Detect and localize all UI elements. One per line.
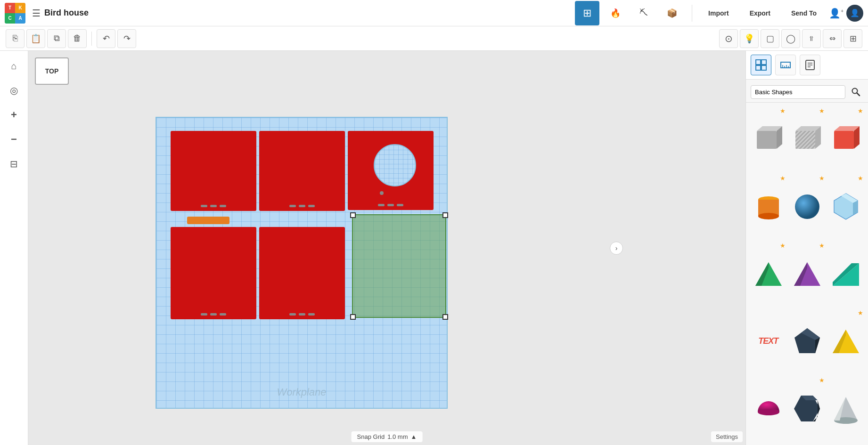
tab-note[interactable] (800, 55, 820, 75)
separator-1 (91, 32, 92, 46)
tab-ruler[interactable] (775, 55, 796, 75)
project-icon: ☰ (32, 8, 41, 19)
star-badge: ★ (780, 242, 786, 249)
shape-top-middle[interactable] (259, 131, 345, 211)
nav-pick-button[interactable]: ⛏ (631, 1, 656, 25)
nav-flame-button[interactable]: 🔥 (603, 1, 628, 25)
shape-icon-half-sphere (753, 393, 784, 424)
star-badge: ★ (819, 107, 825, 114)
shape-icon-ice (830, 191, 861, 222)
shape-cell-box-striped[interactable]: ★ (787, 105, 826, 173)
shape-category-select[interactable]: Basic Shapes Text & Numbers Connectors A… (751, 85, 845, 99)
undo-button[interactable]: ↶ (97, 29, 115, 48)
user-area: 👤+ 👤 (829, 5, 863, 22)
search-button[interactable] (848, 84, 863, 99)
shape-cell-cone[interactable] (827, 375, 865, 442)
star-badge: ★ (780, 175, 786, 182)
tab-grid[interactable] (751, 55, 771, 75)
camera-button[interactable]: ⊙ (719, 29, 738, 48)
snap-grid-bar[interactable]: Snap Grid 1.0 mm ▲ (352, 431, 423, 442)
handle-br[interactable] (442, 314, 448, 320)
duplicate-button[interactable]: ⧉ (47, 29, 66, 48)
svg-line-13 (857, 93, 860, 96)
zoom-out-button[interactable]: − (4, 129, 25, 150)
star-badge: ★ (858, 107, 863, 114)
expand-arrow[interactable]: › (610, 242, 623, 255)
settings-bar[interactable]: Settings (711, 431, 743, 442)
grid-view-button[interactable]: ⊟ (4, 154, 25, 174)
flip-button[interactable]: ⇔ (823, 29, 842, 48)
nav-grid-button[interactable]: ⊞ (575, 1, 599, 25)
shape-cell-pentagon[interactable] (787, 307, 826, 375)
toolbar: ⎘ 📋 ⧉ 🗑 ↶ ↷ ⊙ 💡 ▢ ◯ ⥣ ⇔ ⊞ (0, 26, 868, 51)
group-button[interactable]: ⊞ (843, 29, 862, 48)
handle-bl[interactable] (350, 314, 356, 320)
paste-button[interactable]: 📋 (26, 29, 45, 48)
align-button[interactable]: ⥣ (802, 29, 821, 48)
connector-dots-tr (378, 204, 403, 206)
svg-point-27 (758, 213, 779, 219)
shape-cell-rounded-box[interactable]: ★ (787, 375, 826, 442)
right-top-tabs (746, 51, 868, 80)
shape-icon-box-red (830, 124, 861, 154)
shape-grid: ★ ★ (746, 103, 868, 445)
avatar[interactable]: 👤 (846, 5, 863, 22)
svg-rect-14 (757, 131, 777, 149)
shape-bottom-middle[interactable] (259, 227, 345, 319)
app-logo[interactable]: T K C A (5, 3, 25, 24)
shape-cell-half-sphere[interactable] (749, 375, 787, 442)
svg-point-28 (795, 194, 819, 219)
shape-search-bar: Basic Shapes Text & Numbers Connectors A… (746, 80, 868, 103)
send-to-button[interactable]: Send To (783, 6, 825, 21)
shape-top-left[interactable] (171, 131, 256, 211)
toolbar-right: ⊙ 💡 ▢ ◯ ⥣ ⇔ ⊞ (719, 29, 862, 48)
snap-grid-value: 1.0 mm (387, 433, 408, 440)
shape-cell-pyramid[interactable]: ★ (787, 240, 826, 307)
connector-dots-bm (289, 313, 315, 316)
rect-select-button[interactable]: ▢ (761, 29, 779, 48)
svg-rect-2 (756, 65, 761, 70)
delete-button[interactable]: 🗑 (68, 29, 87, 48)
shape-cell-ice[interactable]: ★ (827, 173, 865, 240)
snap-grid-arrow[interactable]: ▲ (411, 433, 417, 440)
export-button[interactable]: Export (741, 6, 779, 21)
canvas-area[interactable]: TOP (28, 51, 745, 445)
top-bar: T K C A ☰ Bird house ⊞ 🔥 ⛏ 📦 Import Expo… (0, 0, 868, 26)
connector-dots-tl (201, 205, 226, 207)
handle-tl[interactable] (350, 212, 356, 218)
redo-button[interactable]: ↷ (117, 29, 136, 48)
shape-cell-cylinder[interactable]: ★ (749, 173, 787, 240)
shape-cell-prism-yellow[interactable]: ★ (827, 307, 865, 375)
note-tab-icon (804, 59, 816, 71)
svg-marker-41 (815, 338, 820, 353)
handle-tr[interactable] (442, 212, 448, 218)
shape-selected[interactable] (352, 214, 446, 318)
shape-top-right[interactable] (348, 131, 434, 210)
nav-box-button[interactable]: 📦 (660, 1, 684, 25)
shape-cell-box-grey[interactable]: ★ (749, 105, 787, 173)
svg-marker-31 (853, 201, 858, 215)
shape-icon-cone (830, 393, 861, 424)
left-sidebar: ⌂ ◎ + − ⊟ (0, 51, 28, 445)
shape-bottom-left[interactable] (171, 227, 256, 319)
shape-cell-wedge[interactable]: ★ (749, 240, 787, 307)
import-button[interactable]: Import (700, 6, 737, 21)
circle-select-button[interactable]: ◯ (781, 29, 800, 48)
add-user-icon[interactable]: 👤+ (829, 8, 843, 19)
shape-cell-text-3d[interactable]: TEXT (749, 307, 787, 375)
connector-dots-bl (201, 313, 226, 316)
view-label: TOP (35, 57, 69, 85)
logo-quadrant-tr: K (15, 3, 25, 13)
home-button[interactable]: ⌂ (4, 56, 25, 76)
copy-button[interactable]: ⎘ (6, 29, 25, 48)
bulb-button[interactable]: 💡 (740, 29, 759, 48)
orange-bar[interactable] (187, 217, 229, 224)
zoom-in-button[interactable]: + (4, 105, 25, 125)
project-title[interactable]: Bird house (44, 8, 89, 18)
right-panel: Basic Shapes Text & Numbers Connectors A… (745, 51, 868, 445)
shape-cell-sphere[interactable]: ★ (787, 173, 826, 240)
workplane[interactable]: Workplane (156, 117, 448, 409)
target-button[interactable]: ◎ (4, 80, 25, 101)
shape-cell-box-red[interactable]: ★ (827, 105, 865, 173)
shape-cell-wedge-blue[interactable] (827, 240, 865, 307)
